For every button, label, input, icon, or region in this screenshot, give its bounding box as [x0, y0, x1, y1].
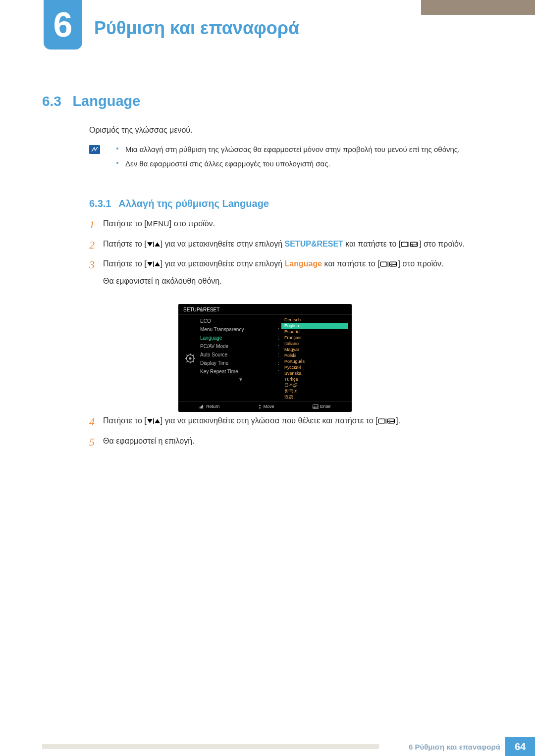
- down-up-icon: [147, 261, 160, 267]
- lang-option-selected: English: [281, 323, 348, 329]
- section-title: Language: [72, 93, 140, 109]
- note-block: Μια αλλαγή στη ρύθμιση της γλώσσας θα εφ…: [89, 144, 471, 173]
- chapter-title: Ρύθμιση και επαναφορά: [94, 18, 299, 39]
- lang-option: Português: [281, 358, 348, 364]
- down-up-icon: [147, 418, 160, 424]
- osd-item-active: Language:: [200, 334, 281, 342]
- lang-option: Deutsch: [281, 317, 348, 323]
- note-item: Δεν θα εφαρμοστεί στις άλλες εφαρμογές τ…: [116, 158, 471, 169]
- step-text: Πατήστε το [] για να μετακινηθείτε στην …: [101, 258, 466, 288]
- svg-line-15: [187, 355, 188, 356]
- source-enter-icon: [380, 261, 398, 267]
- osd-item: Display Time:: [200, 359, 281, 367]
- osd-title: SETUP&RESET: [178, 304, 352, 315]
- note-list: Μια αλλαγή στη ρύθμιση της γλώσσας θα εφ…: [116, 144, 471, 170]
- lang-option: 日本語: [281, 382, 348, 388]
- osd-item: Key Repeat Time:: [200, 367, 281, 376]
- step-3: 3 Πατήστε το [] για να μετακινηθείτε στη…: [89, 258, 466, 288]
- step-text: Πατήστε το [MENU] στο προϊόν.: [101, 218, 466, 232]
- step-number: 4: [89, 415, 101, 429]
- osd-item: PC/AV Mode:: [200, 342, 281, 351]
- chapter-number: 6: [54, 5, 73, 45]
- svg-rect-8: [389, 262, 396, 267]
- keyword-setup-reset: SETUP&RESET: [285, 240, 343, 248]
- svg-rect-25: [385, 418, 386, 424]
- step-1: 1 Πατήστε το [MENU] στο προϊόν.: [89, 218, 466, 232]
- svg-rect-20: [201, 406, 202, 408]
- step-5: 5 Θα εφαρμοστεί η επιλογή.: [89, 435, 466, 450]
- step-number: 2: [89, 238, 101, 252]
- svg-rect-2: [401, 242, 408, 247]
- step-2: 2 Πατήστε το [] για να μετακινηθείτε στη…: [89, 238, 466, 252]
- svg-rect-5: [153, 262, 154, 267]
- osd-footer: Return Move Enter: [178, 401, 352, 410]
- steps-list: 1 Πατήστε το [MENU] στο προϊόν. 2 Πατήστ…: [89, 218, 466, 294]
- step-text: Θα εφαρμοστεί η επιλογή.: [101, 435, 466, 450]
- osd-body: ECO Menu Transparency: Language: PC/AV M…: [178, 315, 352, 401]
- svg-rect-24: [378, 419, 385, 423]
- step-number: 5: [89, 435, 101, 450]
- chapter-tab: 6: [44, 0, 82, 50]
- section-heading: 6.3 Language: [42, 93, 140, 109]
- lang-option: 한국어: [281, 388, 348, 394]
- step-number: 3: [89, 258, 101, 288]
- lang-option: Svenska: [281, 370, 348, 376]
- step-4: 4 Πατήστε το [] για να μετακινηθείτε στη…: [89, 415, 466, 429]
- footer-stripe: [42, 744, 379, 749]
- lang-option: Italiano: [281, 341, 348, 347]
- intro-text: Ορισμός της γλώσσας μενού.: [89, 126, 192, 135]
- lang-option: Español: [281, 329, 348, 335]
- page-number: 64: [505, 737, 535, 756]
- gear-icon: [185, 353, 195, 363]
- step-text: Πατήστε το [] για να μετακινηθείτε στην …: [101, 238, 466, 252]
- osd-language-list: Deutsch English Español Français Italian…: [281, 317, 348, 400]
- svg-line-18: [193, 355, 194, 356]
- keyword-language: Language: [285, 259, 322, 268]
- lang-option: Français: [281, 335, 348, 341]
- lang-option: Русский: [281, 364, 348, 370]
- subsection-title: Αλλαγή της ρύθμισης Language: [118, 198, 269, 209]
- svg-rect-21: [203, 405, 204, 408]
- menu-key: MENU: [147, 219, 169, 228]
- svg-rect-1: [153, 242, 154, 247]
- svg-rect-7: [387, 262, 388, 267]
- svg-rect-26: [387, 419, 394, 423]
- page: 6 Ρύθμιση και επαναφορά 6.3 Language Ορι…: [0, 0, 535, 756]
- source-enter-icon: [401, 241, 419, 248]
- osd-menu: SETUP&RESET ECO Menu Transparency: Langu…: [178, 304, 352, 412]
- subsection-number: 6.3.1: [89, 198, 111, 209]
- lang-option: Türkçe: [281, 376, 348, 382]
- step-subtext: Θα εμφανιστεί η ακόλουθη οθόνη.: [103, 275, 466, 288]
- osd-menu-items: ECO Menu Transparency: Language: PC/AV M…: [198, 317, 281, 400]
- svg-line-17: [187, 361, 188, 362]
- svg-line-16: [193, 361, 194, 362]
- lang-option: Magyar: [281, 347, 348, 353]
- svg-rect-19: [200, 407, 201, 409]
- osd-item: ECO: [200, 317, 281, 325]
- svg-rect-4: [411, 242, 418, 247]
- subsection-heading: 6.3.1 Αλλαγή της ρύθμισης Language: [89, 198, 269, 209]
- svg-rect-3: [409, 242, 409, 247]
- down-up-icon: [147, 241, 160, 248]
- section-number: 6.3: [42, 94, 61, 109]
- note-item: Μια αλλαγή στη ρύθμιση της γλώσσας θα εφ…: [116, 144, 471, 155]
- lang-option: Polski: [281, 353, 348, 358]
- svg-rect-6: [380, 262, 387, 267]
- source-enter-icon: [378, 418, 396, 424]
- step-text: Πατήστε το [] για να μετακινηθείτε στη γ…: [101, 415, 466, 429]
- osd-item: Menu Transparency:: [200, 325, 281, 334]
- osd-move: Move: [258, 404, 274, 409]
- footer-label: 6 Ρύθμιση και επαναφορά: [409, 737, 500, 756]
- svg-rect-23: [153, 418, 154, 424]
- step-number: 1: [89, 218, 101, 232]
- osd-enter: Enter: [313, 404, 331, 409]
- header-stripe: [421, 0, 535, 15]
- page-footer: 6 Ρύθμιση και επαναφορά 64: [0, 737, 535, 756]
- osd-left-icon-area: [182, 317, 198, 400]
- down-arrow-icon: ▼: [200, 377, 281, 382]
- svg-point-10: [189, 357, 192, 360]
- osd-item: Auto Source:: [200, 351, 281, 359]
- note-icon: [89, 145, 100, 154]
- osd-return: Return: [199, 404, 219, 409]
- steps-list-continued: 4 Πατήστε το [] για να μετακινηθείτε στη…: [89, 415, 466, 455]
